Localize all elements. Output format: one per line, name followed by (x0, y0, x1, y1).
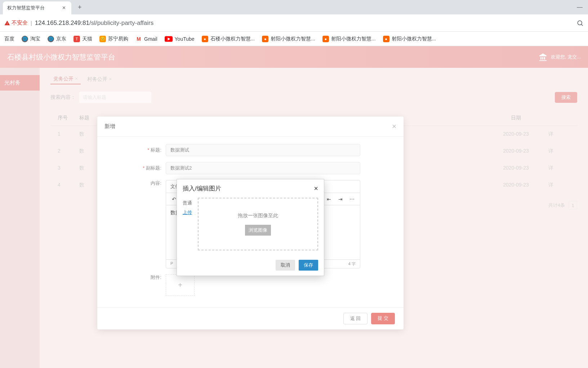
minimize-button[interactable]: — (571, 0, 588, 14)
tab-title: 权力智慧监管平台 (7, 5, 45, 11)
svg-line-1 (581, 24, 583, 26)
cursor-icon: ↖ (242, 233, 246, 239)
label-attach: 附件: (151, 275, 161, 280)
tab-upload[interactable]: 上传 (183, 209, 192, 216)
bookmark-tmall[interactable]: T天猫 (74, 36, 92, 42)
modal-image-body: 普通 上传 拖放一张图像至此 浏览图像 ↖ (177, 198, 324, 256)
globe-icon: 🌐 (22, 36, 28, 42)
gmail-icon: M (135, 36, 142, 42)
dropzone-text: 拖放一张图像至此 (238, 213, 278, 219)
indent-icon[interactable]: ⇥ (337, 196, 344, 202)
modal-add-title: 新增 (104, 123, 115, 130)
bookmarks-bar: 百度 🌐淘宝 🌐京东 T天猫 😊苏宁易购 MGmail YouTube ●石楼小… (0, 32, 588, 46)
not-secure-label: 不安全 (12, 19, 28, 26)
add-attachment-button[interactable]: + (166, 274, 195, 296)
image-dropzone[interactable]: 拖放一张图像至此 浏览图像 ↖ (198, 198, 318, 250)
tab-strip: 权力智慧监管平台 × + — (0, 0, 588, 14)
form-row-subtitle: *副标题: 数据测试2 (104, 162, 396, 174)
more-icon[interactable]: ⋯ (348, 196, 356, 202)
site-icon: ● (322, 36, 329, 42)
browser-tab[interactable]: 权力智慧监管平台 × (3, 1, 71, 14)
bookmark-sheyang-2[interactable]: ●射阳小微权力智慧... (322, 36, 376, 42)
site-icon: ● (262, 36, 268, 42)
url-text[interactable]: 124.165.218.249:81/sl/publicity-party-af… (35, 19, 154, 27)
submit-button[interactable]: 提 交 (371, 313, 395, 324)
modal-add-footer: 返 回 提 交 (97, 307, 404, 329)
label-content: 内容: (151, 180, 161, 186)
outdent-icon[interactable]: ⇤ (325, 196, 333, 202)
tab-close-icon[interactable]: × (61, 5, 67, 11)
modal-image-upload: 插入/编辑图片 × 普通 上传 拖放一张图像至此 浏览图像 ↖ 取消 保存 (177, 179, 324, 276)
modal-image-tabs: 普通 上传 (183, 198, 192, 250)
site-icon: ● (383, 36, 389, 42)
suning-icon: 😊 (99, 36, 106, 42)
svg-point-0 (578, 21, 582, 25)
modal-add-close-button[interactable]: × (392, 122, 396, 131)
bookmark-baidu[interactable]: 百度 (4, 36, 14, 42)
bookmark-sheyang-3[interactable]: ●射阳小微权力智慧... (383, 36, 436, 42)
new-tab-button[interactable]: + (75, 2, 85, 13)
bookmark-jd[interactable]: 🌐京东 (48, 36, 66, 42)
modal-image-header: 插入/编辑图片 × (177, 179, 324, 198)
input-subtitle[interactable]: 数据测试2 (166, 162, 360, 174)
bookmark-suning[interactable]: 😊苏宁易购 (99, 36, 128, 42)
label-subtitle: 副标题: (146, 165, 161, 171)
app-area: 石楼县村级小微权力智慧监管平台 欢迎您, 龙交... 光村务 党务公开× 村务公… (0, 46, 588, 368)
save-button[interactable]: 保存 (299, 260, 318, 271)
rte-path: P (170, 261, 173, 267)
address-separator: | (31, 20, 32, 26)
browser-chrome: 权力智慧监管平台 × + — 不安全 | 124.165.218.249:81/… (0, 0, 588, 46)
tab-general[interactable]: 普通 (183, 200, 192, 206)
bookmark-taobao[interactable]: 🌐淘宝 (22, 36, 40, 42)
globe-icon: 🌐 (48, 36, 54, 42)
cancel-button[interactable]: 取消 (276, 260, 295, 271)
back-button[interactable]: 返 回 (343, 313, 368, 324)
browse-image-button[interactable]: 浏览图像 ↖ (245, 225, 271, 236)
modal-image-footer: 取消 保存 (177, 256, 324, 276)
modal-add-header: 新增 × (97, 117, 404, 137)
bookmark-youtube[interactable]: YouTube (165, 36, 195, 42)
form-row-title: *标题: 数据测试 (104, 144, 396, 156)
address-bar: 不安全 | 124.165.218.249:81/sl/publicity-pa… (0, 14, 588, 32)
tmall-icon: T (74, 36, 80, 42)
youtube-icon (165, 36, 173, 42)
bookmark-shilou[interactable]: ●石楼小微权力智慧... (202, 36, 255, 42)
bookmark-gmail[interactable]: MGmail (135, 36, 157, 42)
modal-image-title: 插入/编辑图片 (183, 184, 221, 193)
input-title[interactable]: 数据测试 (166, 144, 360, 156)
window-controls: — (571, 0, 588, 14)
rte-word-count: 4 字 (348, 261, 356, 267)
label-title: 标题: (151, 147, 161, 153)
modal-image-close-button[interactable]: × (314, 184, 318, 193)
security-warning-icon[interactable]: 不安全 (4, 19, 28, 26)
search-icon[interactable] (576, 19, 584, 27)
site-icon: ● (202, 36, 208, 42)
bookmark-sheyang-1[interactable]: ●射阳小微权力智慧... (262, 36, 315, 42)
form-row-attach: 附件: + (104, 274, 396, 296)
